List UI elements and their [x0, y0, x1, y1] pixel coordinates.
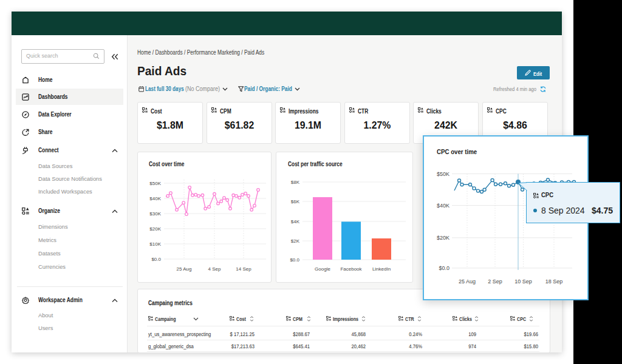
svg-text:$6K: $6K	[291, 199, 300, 204]
svg-text:25 Aug: 25 Aug	[177, 266, 192, 272]
svg-text:$10K: $10K	[149, 241, 161, 247]
svg-text:2 Sep: 2 Sep	[488, 278, 502, 285]
svg-text:$50K: $50K	[437, 171, 449, 177]
svg-text:$8K: $8K	[291, 180, 300, 185]
svg-text:Google: Google	[315, 266, 330, 272]
svg-text:$0.0: $0.0	[439, 265, 449, 271]
svg-text:$2K: $2K	[291, 238, 300, 244]
svg-text:18 Sep: 18 Sep	[545, 278, 563, 285]
svg-text:Facebook: Facebook	[340, 266, 362, 272]
svg-text:$50K: $50K	[149, 181, 161, 186]
svg-text:25 Aug: 25 Aug	[459, 278, 476, 285]
svg-text:$20K: $20K	[437, 235, 449, 241]
svg-text:$4K: $4K	[291, 219, 300, 224]
svg-text:LinkedIn: LinkedIn	[372, 266, 391, 272]
svg-text:$40K: $40K	[149, 196, 161, 201]
svg-text:14 Sep: 14 Sep	[236, 266, 251, 272]
svg-text:$0.0: $0.0	[151, 257, 161, 262]
svg-text:10 Sep: 10 Sep	[514, 278, 532, 285]
svg-text:$30K: $30K	[149, 211, 161, 217]
svg-text:$40K: $40K	[437, 203, 449, 209]
svg-text:4 Sep: 4 Sep	[208, 266, 221, 272]
svg-text:$20K: $20K	[149, 226, 161, 232]
svg-text:$0.0: $0.0	[290, 257, 299, 263]
